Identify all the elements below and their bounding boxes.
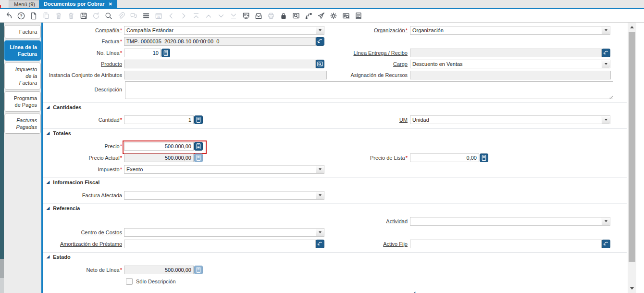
label-uom[interactable]: UM [326, 115, 408, 124]
chevron-down-icon[interactable] [602, 116, 610, 124]
price-list-calculator-button[interactable] [480, 153, 488, 162]
sidebar-tab-facturas-pagadas[interactable]: Facturas Pagadas [4, 114, 41, 134]
activity-select[interactable] [410, 217, 610, 226]
label-activity[interactable]: Actividad [326, 217, 408, 226]
report-icon[interactable] [352, 10, 365, 22]
tab-documentos-por-cobrar[interactable]: Documentos por Cobrar [39, 0, 117, 8]
new-record-icon[interactable] [27, 10, 40, 22]
fixed-asset-edit-button[interactable] [602, 240, 610, 248]
preferences-icon[interactable] [327, 10, 340, 22]
label-loan-amortization[interactable]: Amortización de Préstamo [40, 240, 122, 248]
previous-record-icon [165, 10, 177, 22]
section-header-cantidades[interactable]: Cantidades [47, 104, 81, 110]
sidebar-tab-factura[interactable]: Factura [4, 25, 41, 38]
scroll-up-button[interactable] [628, 24, 636, 31]
line-no-calculator-button[interactable] [161, 49, 170, 57]
section-divider [43, 204, 627, 204]
product-info-icon[interactable] [340, 10, 352, 22]
collapse-icon [47, 205, 50, 211]
last-record-icon [227, 10, 240, 22]
price-list-input[interactable]: 0,00 [410, 153, 479, 162]
sidebar-tab-programa-de-pagos[interactable]: Programa de Pagos [4, 91, 41, 112]
chevron-down-icon[interactable] [316, 26, 324, 34]
zoom-across-icon[interactable] [290, 10, 302, 22]
tax-select[interactable]: Exento [124, 165, 324, 174]
chevron-down-icon[interactable] [316, 229, 324, 236]
uom-select[interactable]: Unidad [410, 115, 610, 124]
collapse-icon [47, 179, 50, 185]
affected-invoice-select[interactable] [124, 191, 324, 200]
label-product[interactable]: Producto [40, 60, 122, 68]
company-select[interactable]: Compañía Estándar [124, 26, 324, 35]
section-header-informacion-fiscal[interactable]: Informacion Fiscal [47, 179, 99, 185]
label-organization[interactable]: Organización* [326, 26, 408, 35]
price-calculator-button[interactable] [194, 142, 203, 151]
sidebar-tab-linea-de-la-factura[interactable]: Línea de la Factura [4, 40, 41, 61]
section-header-referencia[interactable]: Referencia [47, 205, 80, 211]
loan-amortization-edit-button[interactable] [316, 240, 324, 248]
label-cost-center[interactable]: Centro de Costos [40, 228, 122, 237]
undo-icon[interactable] [2, 10, 15, 22]
shipment-line-edit-button[interactable] [602, 49, 610, 57]
save-icon[interactable] [77, 10, 90, 22]
sidebar-tabs: FacturaLínea de la FacturaImpuesto de la… [4, 25, 41, 134]
label-resource-assignment: Asignación de Recursos [326, 71, 408, 79]
line-net-calculator-button [194, 266, 203, 274]
find-icon[interactable] [102, 10, 115, 22]
label-line-no: No. Línea* [40, 49, 122, 57]
label-charge[interactable]: Cargo [326, 60, 408, 68]
grid-toggle-icon[interactable] [140, 10, 152, 22]
charge-select[interactable]: Descuento en Ventas [410, 60, 610, 68]
archive-icon[interactable] [252, 10, 265, 22]
loan-amortization-input[interactable] [124, 240, 316, 248]
chevron-down-icon[interactable] [316, 166, 324, 173]
line-no-input[interactable]: 10 [124, 49, 161, 57]
chat-icon [127, 10, 140, 22]
side-strip-bottom [0, 278, 4, 293]
label-invoice[interactable]: Factura* [40, 37, 122, 46]
label-price: Precio* [40, 142, 122, 151]
label-affected-invoice[interactable]: Factura Afectada [40, 191, 122, 200]
chevron-down-icon[interactable] [602, 217, 610, 225]
attachment-icon [115, 10, 127, 22]
triangle-up-icon [630, 26, 634, 28]
chevron-down-icon[interactable] [602, 60, 610, 68]
label-tax[interactable]: Impuesto* [40, 165, 122, 174]
tab-menu[interactable]: Menú (9) [9, 0, 40, 8]
label-description-only: Sólo Descripción [136, 277, 232, 286]
sidebar-tab-impuesto-de-la-factura[interactable]: Impuesto de la Factura [4, 63, 41, 89]
organization-select[interactable]: Organización [410, 26, 610, 35]
label-fixed-asset[interactable]: Activo Fijo [326, 240, 408, 248]
report-viewer-icon[interactable] [240, 10, 252, 22]
label-company[interactable]: Compañía* [40, 26, 122, 35]
lock-icon[interactable] [277, 10, 290, 22]
scrollbar-thumb[interactable] [629, 32, 635, 262]
scroll-down-button[interactable] [628, 285, 636, 292]
svg-text:?: ? [20, 13, 23, 18]
chevron-down-icon[interactable] [316, 191, 324, 199]
quantity-input[interactable]: 1 [124, 115, 194, 124]
invoice-field: TMP- 0000035_2020-08-10 00:00:00_0 [124, 37, 316, 46]
help-icon[interactable]: ? [15, 10, 27, 22]
first-record-icon [190, 10, 202, 22]
description-textarea[interactable] [125, 81, 613, 99]
parent-record-icon [202, 10, 215, 22]
workflow-icon[interactable] [302, 10, 315, 22]
invoice-edit-button[interactable] [316, 37, 324, 46]
tab-label: Documentos por Cobrar [44, 0, 105, 8]
send-icon[interactable] [315, 10, 327, 22]
section-header-estado[interactable]: Estado [47, 254, 71, 260]
product-search-button[interactable] [316, 60, 324, 68]
fixed-asset-input[interactable] [410, 240, 602, 248]
resize-grip-icon[interactable] [608, 94, 613, 99]
label-shipment-line[interactable]: Línea Entrega / Recibo [326, 49, 408, 57]
product-field [124, 60, 316, 68]
description-only-checkbox[interactable] [126, 278, 133, 285]
close-icon[interactable] [109, 0, 112, 8]
chevron-down-icon[interactable] [602, 26, 610, 34]
quantity-calculator-button[interactable] [194, 115, 203, 124]
price-input[interactable]: 500.000,00 [124, 142, 194, 151]
shipment-line-field [410, 49, 602, 57]
section-header-totales[interactable]: Totales [47, 130, 71, 136]
cost-center-select[interactable] [124, 228, 324, 237]
